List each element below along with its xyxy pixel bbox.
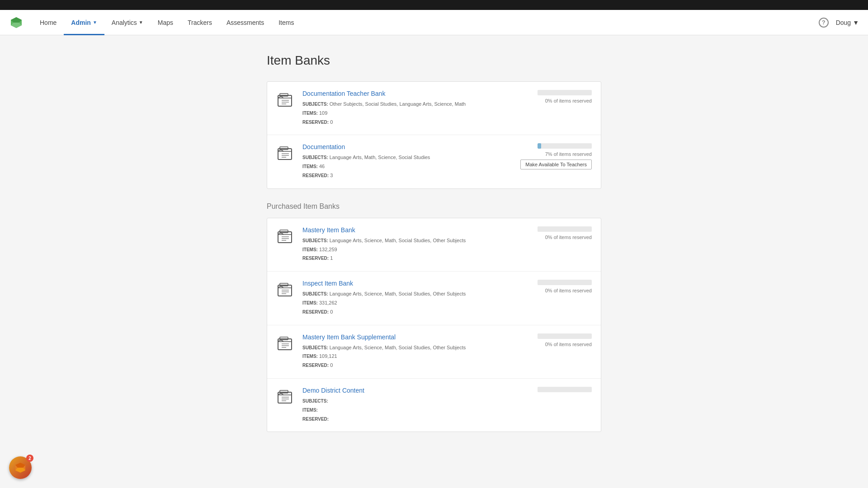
bank-folder-icon	[276, 144, 295, 163]
progress-bar	[538, 226, 592, 232]
user-menu[interactable]: Doug ▼	[836, 19, 859, 26]
bank-folder-icon	[276, 388, 295, 407]
nav-items[interactable]: Items	[271, 10, 301, 35]
bank-folder-icon	[276, 91, 295, 110]
bank-meta: SUBJECTS: Language Arts, Science, Math, …	[302, 236, 521, 263]
reserved-percent-text: 0% of items reserved	[545, 288, 592, 293]
nav-assessments[interactable]: Assessments	[219, 10, 271, 35]
purchased-section-title: Purchased Item Banks	[267, 202, 601, 211]
nav-right: ? Doug ▼	[819, 18, 859, 28]
progress-bar	[538, 387, 592, 392]
user-caret: ▼	[853, 19, 859, 26]
bank-item: Documentation SUBJECTS: Language Arts, M…	[267, 135, 601, 188]
bank-details: Demo District Content SUBJECTS: ITEMS: R…	[302, 387, 521, 423]
progress-bar	[538, 143, 592, 149]
bank-right: 0% of items reserved	[528, 226, 592, 240]
bank-folder-icon	[276, 281, 295, 300]
nav-home[interactable]: Home	[33, 10, 64, 35]
bank-meta: SUBJECTS: Language Arts, Science, Math, …	[302, 290, 521, 316]
bank-details: Mastery Item Bank Supplemental SUBJECTS:…	[302, 333, 521, 370]
bank-right: 0% of items reserved	[528, 333, 592, 347]
bank-meta: SUBJECTS: Other Subjects, Social Studies…	[302, 100, 521, 127]
make-available-button[interactable]: Make Available To Teachers	[520, 160, 592, 169]
reserved-percent-text: 0% of items reserved	[545, 235, 592, 240]
bank-name-link[interactable]: Documentation Teacher Bank	[302, 90, 521, 97]
bank-meta: SUBJECTS: Language Arts, Science, Math, …	[302, 343, 521, 370]
reserved-percent-text: 0% of items reserved	[545, 98, 592, 103]
bank-name-link[interactable]: Inspect Item Bank	[302, 280, 521, 287]
bank-item: Documentation Teacher Bank SUBJECTS: Oth…	[267, 82, 601, 135]
analytics-caret: ▼	[139, 20, 143, 25]
nav-maps[interactable]: Maps	[151, 10, 180, 35]
main-content: Item Banks Documentation Teacher Bank SU…	[258, 35, 610, 473]
page-title: Item Banks	[267, 53, 601, 68]
bank-item: Mastery Item Bank Supplemental SUBJECTS:…	[267, 325, 601, 379]
notification-badge[interactable]: 2	[9, 456, 32, 473]
bank-right: 0% of items reserved	[528, 90, 592, 103]
my-banks-list: Documentation Teacher Bank SUBJECTS: Oth…	[267, 81, 601, 189]
bank-folder-icon	[276, 334, 295, 353]
progress-bar	[538, 90, 592, 95]
bank-right	[528, 387, 592, 395]
nav-admin[interactable]: Admin ▼	[64, 10, 104, 35]
nav-analytics[interactable]: Analytics ▼	[104, 10, 151, 35]
bank-item: Inspect Item Bank SUBJECTS: Language Art…	[267, 272, 601, 325]
bank-details: Documentation Teacher Bank SUBJECTS: Oth…	[302, 90, 521, 127]
bank-meta: SUBJECTS: ITEMS: RESERVED:	[302, 397, 521, 423]
top-bar	[0, 0, 868, 10]
bank-details: Mastery Item Bank SUBJECTS: Language Art…	[302, 226, 521, 263]
reserved-percent-text: 0% of items reserved	[545, 342, 592, 347]
bank-item: Demo District Content SUBJECTS: ITEMS: R…	[267, 379, 601, 432]
bank-details: Inspect Item Bank SUBJECTS: Language Art…	[302, 280, 521, 316]
bank-details: Documentation SUBJECTS: Language Arts, M…	[302, 143, 513, 180]
bank-name-link[interactable]: Demo District Content	[302, 387, 521, 394]
bank-folder-icon	[276, 227, 295, 246]
bank-right: 0% of items reserved	[528, 280, 592, 293]
purchased-banks-list: Mastery Item Bank SUBJECTS: Language Art…	[267, 218, 601, 432]
app-logo[interactable]	[9, 15, 24, 30]
admin-caret: ▼	[93, 20, 97, 25]
progress-bar	[538, 280, 592, 285]
progress-bar	[538, 333, 592, 339]
nav-bar: Home Admin ▼ Analytics ▼ Maps Trackers A…	[0, 10, 868, 35]
username: Doug	[836, 19, 851, 26]
reserved-percent-text: 7% of items reserved	[545, 151, 592, 157]
badge-count: 2	[26, 455, 33, 462]
bank-meta: SUBJECTS: Language Arts, Math, Science, …	[302, 153, 513, 180]
bank-name-link[interactable]: Mastery Item Bank Supplemental	[302, 333, 521, 341]
bank-name-link[interactable]: Documentation	[302, 143, 513, 150]
bank-name-link[interactable]: Mastery Item Bank	[302, 226, 521, 234]
bank-right: 7% of items reserved Make Available To T…	[520, 143, 592, 169]
nav-trackers[interactable]: Trackers	[180, 10, 219, 35]
nav-items: Home Admin ▼ Analytics ▼ Maps Trackers A…	[33, 10, 819, 35]
bank-item: Mastery Item Bank SUBJECTS: Language Art…	[267, 218, 601, 272]
help-button[interactable]: ?	[819, 18, 829, 28]
